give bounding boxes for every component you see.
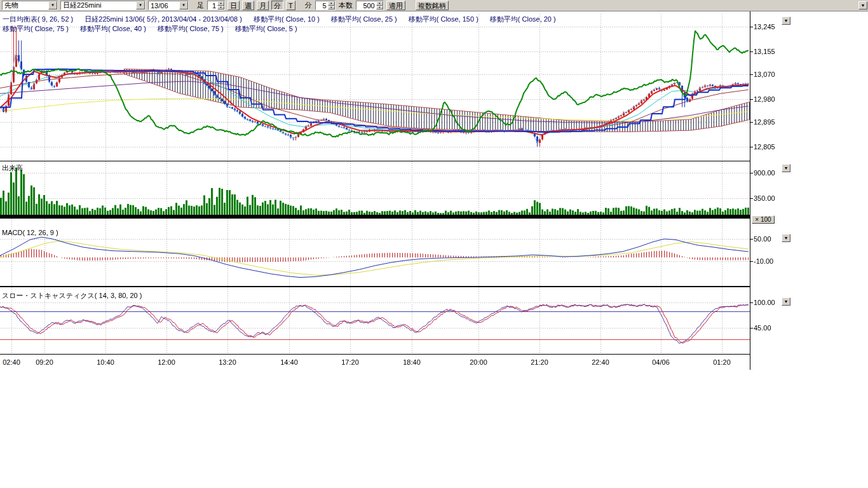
chevron-down-icon[interactable]: ▼ bbox=[48, 1, 57, 10]
y-axis-tick bbox=[750, 302, 753, 303]
contract-month-combobox[interactable]: 13/06 ▼ bbox=[148, 1, 189, 10]
y-axis-tick bbox=[750, 261, 753, 262]
legend-ma75b: 移動平均( Close, 75 ) bbox=[158, 25, 224, 32]
volume-chart-canvas[interactable] bbox=[0, 161, 750, 215]
x-axis-label: 13:20 bbox=[214, 358, 241, 366]
bar-multiplier-value: 1 bbox=[208, 2, 217, 10]
spinner-arrows: ▲▼ bbox=[217, 1, 224, 10]
macd-pane-scale-dropdown[interactable]: ▼ bbox=[782, 234, 790, 242]
stochastics-pane-scale-dropdown[interactable]: ▼ bbox=[782, 297, 790, 306]
legend-row-2: 移動平均( Close, 75 )移動平均( Close, 40 )移動平均( … bbox=[3, 24, 309, 34]
x-axis-label: 22:40 bbox=[587, 358, 614, 366]
minute-label: 分 bbox=[304, 1, 313, 10]
y-axis-tick bbox=[750, 198, 753, 199]
y-axis-label: 350.00 bbox=[754, 194, 775, 202]
period-tick-button[interactable]: T bbox=[286, 1, 295, 10]
x-axis-label: 04/06 bbox=[647, 358, 675, 366]
y-axis-label: 50.00 bbox=[754, 235, 771, 243]
spin-down-icon[interactable]: ▼ bbox=[328, 6, 335, 10]
volume-multiplier-badge: × 100 bbox=[752, 215, 775, 224]
bar-count-spinner[interactable]: 500 ▲▼ bbox=[356, 1, 384, 10]
bar-multiplier-spinner[interactable]: 1 ▲▼ bbox=[207, 1, 225, 10]
x-axis-label: 20:00 bbox=[465, 358, 492, 366]
macd-chart-canvas[interactable] bbox=[0, 219, 750, 286]
toolbar: 先物 ▼ 日経225mini ▼ 13/06 ▼ 足 1 ▲▼ 日 週 月 分 … bbox=[0, 0, 868, 11]
legend-instrument: 日経225mini 13/06( 5分, 2013/04/04 - 2013/0… bbox=[85, 15, 242, 23]
pane-separator[interactable] bbox=[0, 286, 750, 287]
y-axis-label: 45.00 bbox=[754, 324, 771, 332]
volume-pane-title: 出来高 bbox=[2, 163, 23, 173]
period-day-button[interactable]: 日 bbox=[227, 1, 240, 10]
y-axis-tick bbox=[750, 239, 753, 240]
y-axis-label: -10.00 bbox=[754, 257, 773, 265]
pane-separator[interactable] bbox=[0, 215, 750, 219]
chart-application-window: 先物 ▼ 日経225mini ▼ 13/06 ▼ 足 1 ▲▼ 日 週 月 分 … bbox=[0, 0, 868, 488]
multi-symbol-button[interactable]: 複数銘柄 bbox=[416, 1, 449, 10]
period-week-button[interactable]: 週 bbox=[242, 1, 254, 10]
legend-row-1: 一目均衡表( 9, 26, 52 )日経225mini 13/06( 5分, 2… bbox=[3, 15, 567, 24]
legend-ma20: 移動平均( Close, 20 ) bbox=[490, 15, 556, 23]
x-axis-label: 17:20 bbox=[336, 358, 364, 366]
y-axis-label: 13,245 bbox=[754, 23, 775, 30]
apply-button[interactable]: 適用 bbox=[386, 1, 405, 10]
legend-ma10: 移動平均( Close, 10 ) bbox=[254, 15, 320, 23]
pane-separator bbox=[0, 161, 750, 161]
y-axis-tick bbox=[750, 328, 753, 329]
y-axis-label: 13,070 bbox=[754, 71, 775, 78]
y-axis-tick bbox=[750, 51, 753, 52]
price-pane-scale-dropdown[interactable]: ▼ bbox=[782, 17, 790, 25]
legend-ma150: 移動平均( Close, 150 ) bbox=[409, 15, 478, 23]
legend-ichimoku: 一目均衡表( 9, 26, 52 ) bbox=[3, 15, 73, 23]
legend-ma40: 移動平均( Close, 40 ) bbox=[80, 25, 146, 32]
x-axis-label: 01:20 bbox=[708, 358, 736, 366]
y-axis-label: 900.00 bbox=[754, 169, 775, 177]
y-axis-label: 12,895 bbox=[754, 118, 775, 126]
x-axis-label: 12:00 bbox=[153, 358, 180, 366]
minute-value: 5 bbox=[316, 2, 328, 10]
macd-pane-title: MACD( 12, 26, 9 ) bbox=[2, 229, 58, 236]
y-axis-label: 12,805 bbox=[754, 143, 775, 151]
legend-ma5: 移動平均( Close, 5 ) bbox=[235, 25, 297, 32]
y-axis-tick bbox=[750, 27, 753, 27]
contract-month-value: 13/06 bbox=[149, 2, 170, 10]
chevron-down-icon[interactable]: ▼ bbox=[136, 1, 145, 10]
pane-separator bbox=[0, 354, 750, 355]
stochastics-pane-title: スロー・ストキャスティクス( 14, 3, 80, 20 ) bbox=[2, 291, 142, 301]
minute-spinner[interactable]: 5 ▲▼ bbox=[315, 1, 336, 10]
price-chart-canvas[interactable] bbox=[0, 14, 750, 161]
spin-down-icon[interactable]: ▼ bbox=[217, 6, 224, 10]
spinner-arrows: ▲▼ bbox=[328, 1, 335, 10]
instrument-type-value: 先物 bbox=[3, 1, 20, 10]
bar-count-label: 本数 bbox=[338, 1, 353, 10]
x-axis-label: 14:40 bbox=[275, 358, 303, 366]
period-month-button[interactable]: 月 bbox=[257, 1, 269, 10]
x-axis-label: 02:40 bbox=[0, 358, 25, 366]
toolbar-dropdown-button[interactable]: ▼ bbox=[858, 1, 867, 10]
spinner-arrows: ▲▼ bbox=[376, 1, 383, 10]
x-axis-label: 18:40 bbox=[398, 358, 426, 366]
y-axis-tick bbox=[750, 74, 753, 75]
period-minute-button[interactable]: 分 bbox=[271, 1, 283, 10]
y-axis-label: 13,155 bbox=[754, 48, 775, 55]
y-axis-tick bbox=[750, 99, 753, 100]
spin-down-icon[interactable]: ▼ bbox=[376, 6, 383, 10]
x-axis-label: 21:20 bbox=[526, 358, 553, 366]
x-axis-label: 10:40 bbox=[92, 358, 119, 366]
legend-ma25: 移動平均( Close, 25 ) bbox=[331, 15, 397, 23]
plot-right-border bbox=[750, 11, 750, 370]
x-axis-label: 09:20 bbox=[31, 358, 58, 366]
y-axis-label: 12,980 bbox=[754, 95, 775, 103]
legend-ma75: 移動平均( Close, 75 ) bbox=[3, 25, 69, 32]
instrument-type-combobox[interactable]: 先物 ▼ bbox=[2, 1, 58, 10]
y-axis-tick bbox=[750, 147, 753, 147]
bar-type-label: 足 bbox=[196, 1, 205, 10]
chevron-down-icon[interactable]: ▼ bbox=[179, 1, 188, 10]
symbol-combobox[interactable]: 日経225mini ▼ bbox=[60, 1, 146, 10]
volume-pane-scale-dropdown[interactable]: ▼ bbox=[782, 164, 790, 172]
bar-count-value: 500 bbox=[356, 2, 376, 10]
y-axis-label: 100.00 bbox=[754, 299, 775, 306]
y-axis-tick bbox=[750, 173, 753, 173]
symbol-value: 日経225mini bbox=[61, 1, 104, 10]
y-axis-tick bbox=[750, 122, 753, 123]
